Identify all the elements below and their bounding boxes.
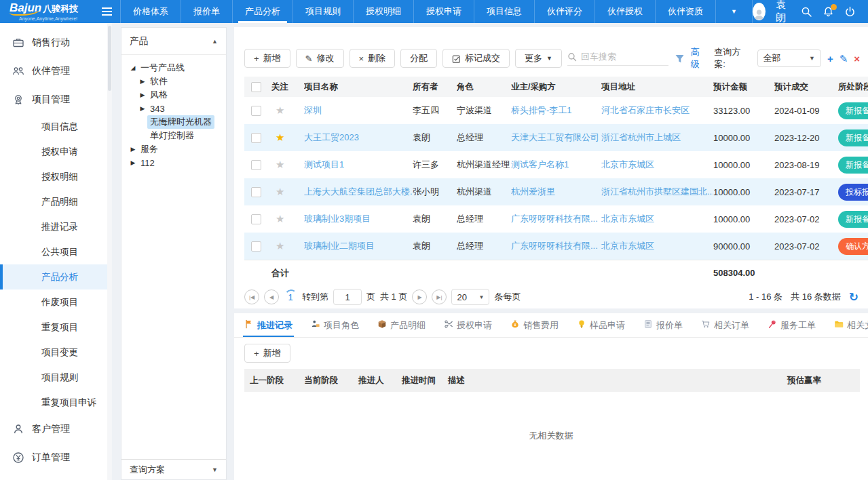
favorite-star-icon[interactable]: ★: [271, 186, 284, 197]
first-page-button[interactable]: |◀: [244, 289, 259, 304]
tree-collapsed-icon[interactable]: ▶: [138, 92, 147, 98]
delete-button[interactable]: ×删除: [350, 49, 396, 68]
project-name-link[interactable]: 玻璃制业二期项目: [304, 240, 413, 252]
sidebar-group-服务支持[interactable]: 服务支持: [0, 472, 112, 480]
tab-授权申请[interactable]: 授权申请: [444, 313, 492, 337]
sidebar-group-客户管理[interactable]: 客户管理: [0, 415, 112, 443]
nav-item-3[interactable]: 项目规则: [293, 0, 353, 23]
column-header-所处阶段[interactable]: 所处阶段: [838, 81, 868, 93]
column-header-预计金额[interactable]: 预计金额: [713, 81, 774, 93]
filter-funnel-icon[interactable]: [675, 54, 685, 64]
column-header-项目名称[interactable]: 项目名称: [304, 81, 413, 93]
page-size-select[interactable]: 20▼: [451, 289, 489, 305]
sidebar-item-产品明细[interactable]: 产品明细: [0, 189, 112, 214]
row-checkbox[interactable]: [251, 106, 261, 116]
sidebar-group-销售行动[interactable]: 销售行动: [0, 28, 112, 57]
address-link[interactable]: 河北省石家庄市长安区: [601, 104, 713, 117]
table-row[interactable]: ★ 测试项目1 许三多 杭州渠道经理 测试客户名称1 北京市东城区 10000.…: [244, 151, 868, 178]
table-row[interactable]: ★ 玻璃制业二期项目 袁朗 总经理 广东呀呀呀科技有限... 北京市东城区 90…: [244, 233, 868, 260]
buyer-link[interactable]: 桥头排骨-李工1: [511, 104, 601, 117]
buyer-link[interactable]: 杭州爱浙里: [511, 186, 601, 198]
nav-item-5[interactable]: 授权申请: [413, 0, 474, 23]
tree-panel-header[interactable]: 产品 ▲: [121, 28, 226, 55]
last-page-button[interactable]: ▶|: [432, 289, 447, 304]
sidebar-scrollbar[interactable]: [107, 23, 112, 480]
project-name-link[interactable]: 测试项目1: [304, 159, 413, 171]
power-icon[interactable]: [844, 6, 856, 18]
select-all-checkbox[interactable]: [251, 82, 261, 92]
sidebar-item-产品分析[interactable]: 产品分析: [0, 264, 112, 289]
tree-node-单灯控制器[interactable]: 单灯控制器: [126, 129, 222, 142]
advanced-search-link[interactable]: 高级: [691, 46, 708, 71]
add-button[interactable]: +新增: [244, 49, 290, 68]
search-input[interactable]: 回车搜索: [567, 51, 668, 66]
buyer-link[interactable]: 广东呀呀呀科技有限...: [511, 213, 601, 225]
assign-button[interactable]: 分配: [400, 49, 437, 68]
project-name-link[interactable]: 玻璃制业3期项目: [304, 213, 413, 225]
collapse-up-icon[interactable]: ▲: [212, 38, 218, 45]
sidebar-item-推进记录[interactable]: 推进记录: [0, 214, 112, 239]
column-header-业主/采购方[interactable]: 业主/采购方: [511, 81, 601, 93]
favorite-star-icon[interactable]: ★: [271, 104, 284, 116]
sidebar-group-订单管理[interactable]: 订单管理: [0, 443, 112, 472]
tab-相关文件[interactable]: 相关文件: [834, 313, 868, 337]
column-header-所有者[interactable]: 所有者: [413, 81, 457, 93]
column-header-项目地址[interactable]: 项目地址: [601, 81, 713, 93]
favorite-star-icon[interactable]: ★: [271, 159, 284, 170]
tab-相关订单[interactable]: 相关订单: [701, 313, 749, 337]
project-name-link[interactable]: 大王工贸2023: [304, 132, 413, 144]
delete-plan-icon[interactable]: ×: [854, 54, 860, 64]
table-row[interactable]: ★ 上海大大航空集团总部大楼... 张小明 杭州渠道 杭州爱浙里 浙江省杭州市拱…: [244, 178, 868, 205]
row-checkbox[interactable]: [251, 214, 261, 224]
column-header-关注[interactable]: 关注: [271, 81, 304, 93]
row-checkbox[interactable]: [251, 187, 261, 197]
table-row[interactable]: ★ 玻璃制业3期项目 袁朗 总经理 广东呀呀呀科技有限... 北京市东城区 10…: [244, 205, 868, 233]
refresh-icon[interactable]: ↻: [849, 290, 858, 304]
query-plan-select[interactable]: 全部▼: [757, 49, 821, 67]
tab-项目角色[interactable]: 项目角色: [311, 313, 359, 337]
tab-样品申请[interactable]: 样品申请: [577, 313, 625, 337]
row-checkbox[interactable]: [251, 160, 261, 170]
nav-item-9[interactable]: 伙伴资质: [655, 0, 715, 23]
address-link[interactable]: 北京市东城区: [601, 159, 713, 171]
favorite-star-icon[interactable]: ★: [271, 213, 284, 224]
tree-node-风格[interactable]: ▶风格: [126, 88, 222, 102]
address-link[interactable]: 浙江省杭州市上城区: [601, 132, 713, 144]
row-checkbox[interactable]: [251, 241, 261, 252]
favorite-star-icon[interactable]: ★: [271, 240, 284, 252]
table-row[interactable]: ★ 大王工贸2023 袁朗 总经理 天津大王工贸有限公司 浙江省杭州市上城区 1…: [244, 124, 868, 151]
tab-产品明细[interactable]: 产品明细: [377, 313, 426, 337]
nav-item-8[interactable]: 伙伴授权: [595, 0, 655, 23]
sidebar-group-伙伴管理[interactable]: 伙伴管理: [0, 57, 112, 85]
tab-报价单[interactable]: 报价单: [643, 313, 683, 337]
sidebar-item-授权申请[interactable]: 授权申请: [0, 139, 112, 164]
sidebar-item-项目信息[interactable]: 项目信息: [0, 114, 112, 139]
tree-node-343[interactable]: ▶343: [126, 102, 222, 115]
nav-item-4[interactable]: 授权明细: [353, 0, 413, 23]
more-menu-caret-icon[interactable]: ▼: [715, 0, 753, 23]
tree-node-一号产品线[interactable]: ◢一号产品线: [126, 61, 222, 75]
nav-item-1[interactable]: 报价单: [181, 0, 232, 23]
project-name-link[interactable]: 深圳: [304, 104, 413, 117]
next-page-button[interactable]: ▶: [412, 289, 427, 304]
prev-page-button[interactable]: ◀: [264, 289, 279, 304]
detail-add-button[interactable]: +新增: [244, 344, 290, 363]
tree-node-服务[interactable]: ▶服务: [126, 142, 222, 156]
address-link[interactable]: 北京市东城区: [601, 240, 713, 252]
tree-node-112[interactable]: ▶112: [126, 156, 222, 169]
project-name-link[interactable]: 上海大大航空集团总部大楼...: [304, 186, 413, 198]
tree-collapsed-icon[interactable]: ▶: [128, 159, 138, 166]
edit-plan-icon[interactable]: ✎: [839, 54, 848, 64]
search-icon[interactable]: [801, 6, 812, 18]
row-checkbox[interactable]: [251, 133, 261, 143]
sidebar-item-作废项目[interactable]: 作废项目: [0, 289, 112, 315]
add-plan-icon[interactable]: +: [827, 54, 833, 64]
bell-icon[interactable]: [823, 6, 834, 18]
tab-服务工单[interactable]: 服务工单: [768, 313, 816, 337]
sidebar-item-公共项目[interactable]: 公共项目: [0, 239, 112, 264]
column-header-预计成交[interactable]: 预计成交: [774, 81, 838, 93]
tree-collapsed-icon[interactable]: ▶: [128, 146, 138, 153]
query-plan-section[interactable]: 查询方案 ▼: [121, 459, 226, 479]
buyer-link[interactable]: 广东呀呀呀科技有限...: [511, 240, 601, 252]
app-logo[interactable]: Bajun 八骏科技 Anyone,Anytime,Anywhere!: [0, 0, 94, 23]
